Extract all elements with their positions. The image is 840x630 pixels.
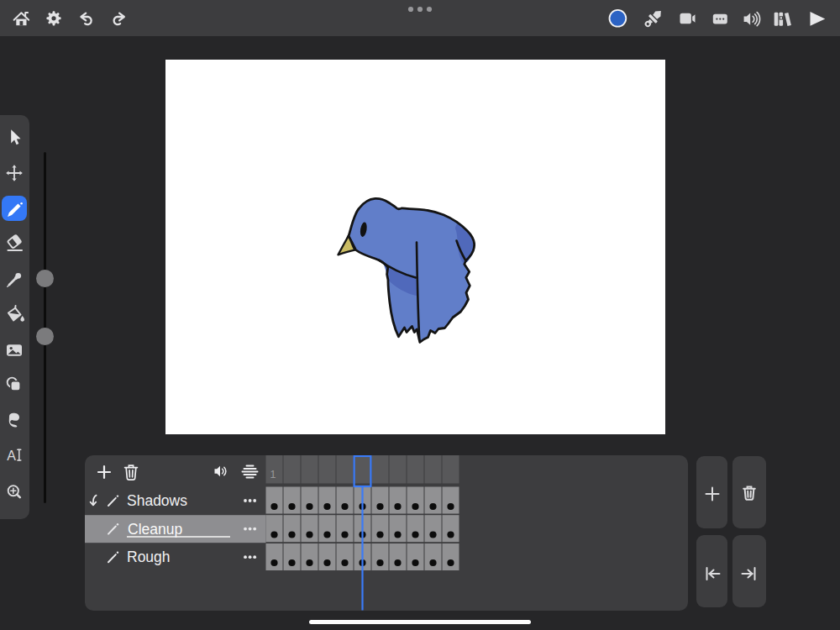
svg-text:Rough: Rough (127, 549, 171, 565)
svg-text:Shadows: Shadows (127, 492, 187, 509)
svg-text:Cleanup: Cleanup (128, 521, 182, 538)
svg-text:1: 1 (270, 469, 276, 480)
svg-text:A: A (7, 449, 16, 463)
